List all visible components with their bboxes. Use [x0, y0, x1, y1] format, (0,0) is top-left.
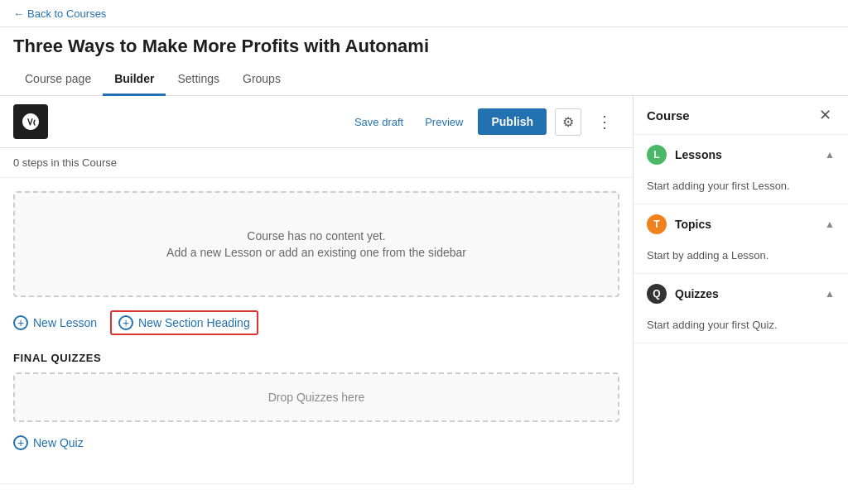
- back-link-label: Back to Courses: [27, 7, 106, 20]
- quizzes-badge: Q: [647, 284, 667, 304]
- toolbar-right: Save draft Preview Publish ⚙ ⋮: [348, 108, 619, 136]
- save-draft-button[interactable]: Save draft: [348, 111, 410, 133]
- sidebar-section-quizzes-header[interactable]: Q Quizzes ▲: [634, 274, 848, 314]
- preview-button[interactable]: Preview: [418, 111, 470, 133]
- page-title: Three Ways to Make More Profits with Aut…: [0, 27, 848, 57]
- sidebar-section-quizzes: Q Quizzes ▲ Start adding your first Quiz…: [634, 274, 848, 343]
- main-area: Save draft Preview Publish ⚙ ⋮ 0 steps i…: [0, 96, 848, 484]
- drop-zone-line1: Course has no content yet.: [31, 229, 601, 242]
- sidebar-quizzes-label: Q Quizzes: [647, 284, 719, 304]
- new-section-heading-label: New Section Heading: [138, 316, 250, 329]
- sidebar-header: Course ✕: [634, 96, 848, 135]
- sidebar: Course ✕ L Lessons ▲ Start adding your f…: [633, 96, 848, 484]
- tab-settings[interactable]: Settings: [166, 64, 231, 96]
- quiz-drop-zone: Drop Quizzes here: [13, 372, 619, 422]
- course-drop-zone: Course has no content yet. Add a new Les…: [13, 191, 619, 297]
- topics-label: Topics: [675, 218, 711, 231]
- new-lesson-label: New Lesson: [33, 316, 97, 329]
- sidebar-close-button[interactable]: ✕: [816, 106, 835, 124]
- more-options-button[interactable]: ⋮: [590, 108, 619, 135]
- nav-tabs: Course page Builder Settings Groups: [0, 64, 848, 96]
- sidebar-section-topics-header[interactable]: T Topics ▲: [634, 204, 848, 244]
- sidebar-section-topics: T Topics ▲ Start by adding a Lesson.: [634, 204, 848, 274]
- back-arrow-icon: ←: [13, 7, 24, 20]
- sidebar-section-lessons: L Lessons ▲ Start adding your first Less…: [634, 135, 848, 204]
- actions-row: + New Lesson + New Section Heading: [13, 310, 619, 335]
- final-quizzes-title: FINAL QUIZZES: [13, 352, 619, 364]
- sidebar-topics-body: Start by adding a Lesson.: [634, 244, 848, 273]
- sidebar-section-lessons-header[interactable]: L Lessons ▲: [634, 135, 848, 175]
- sidebar-topics-label: T Topics: [647, 214, 711, 234]
- new-lesson-button[interactable]: + New Lesson: [13, 312, 97, 334]
- lessons-badge: L: [647, 145, 667, 165]
- new-section-heading-button[interactable]: + New Section Heading: [110, 310, 258, 335]
- wordpress-icon: [21, 112, 41, 132]
- quizzes-label: Quizzes: [675, 287, 719, 300]
- quizzes-chevron-icon: ▲: [825, 288, 835, 300]
- lessons-label: Lessons: [675, 148, 722, 161]
- content-area: Save draft Preview Publish ⚙ ⋮ 0 steps i…: [0, 96, 633, 484]
- new-lesson-plus-icon: +: [13, 315, 28, 330]
- bottom-bar: Document: [0, 483, 633, 484]
- new-quiz-button[interactable]: + New Quiz: [13, 432, 84, 454]
- sidebar-lessons-label: L Lessons: [647, 145, 722, 165]
- settings-gear-button[interactable]: ⚙: [555, 108, 581, 136]
- lessons-chevron-icon: ▲: [825, 149, 835, 161]
- sidebar-quizzes-body: Start adding your first Quiz.: [634, 314, 848, 343]
- toolbar-left: [13, 104, 48, 139]
- steps-info: 0 steps in this Course: [0, 148, 633, 178]
- tab-builder[interactable]: Builder: [103, 64, 166, 96]
- new-quiz-plus-icon: +: [13, 435, 28, 450]
- topics-chevron-icon: ▲: [825, 218, 835, 230]
- toolbar: Save draft Preview Publish ⚙ ⋮: [0, 96, 633, 148]
- new-quiz-label: New Quiz: [33, 436, 84, 449]
- tab-groups[interactable]: Groups: [231, 64, 292, 96]
- new-section-plus-icon: +: [118, 315, 133, 330]
- quiz-actions-row: + New Quiz: [13, 432, 619, 454]
- publish-button[interactable]: Publish: [478, 108, 547, 135]
- top-bar: ← Back to Courses: [0, 0, 848, 27]
- sidebar-lessons-body: Start adding your first Lesson.: [634, 175, 848, 204]
- sidebar-title: Course: [647, 108, 690, 122]
- drop-zone-line2: Add a new Lesson or add an existing one …: [31, 246, 601, 259]
- tab-course-page[interactable]: Course page: [13, 64, 103, 96]
- back-to-courses-link[interactable]: ← Back to Courses: [13, 7, 106, 20]
- wp-logo: [13, 104, 48, 139]
- course-content: Course has no content yet. Add a new Les…: [0, 178, 633, 483]
- topics-badge: T: [647, 214, 667, 234]
